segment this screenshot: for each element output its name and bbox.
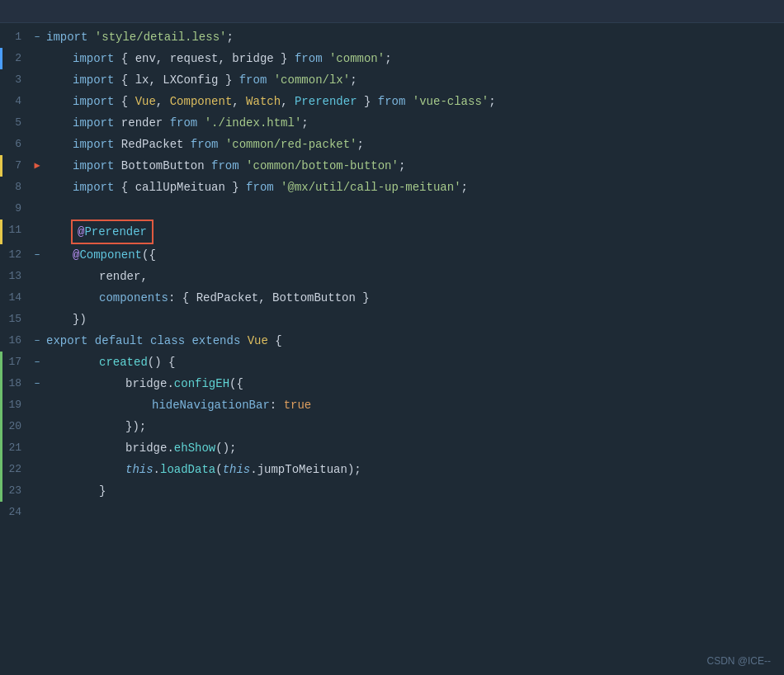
fold-icon-22: [30, 480, 45, 502]
line-number-4: 4: [0, 91, 30, 112]
fold-icon-23: [30, 502, 45, 523]
line-number-5: 5: [0, 112, 30, 134]
line-9: 9: [0, 198, 784, 219]
line-3: 3 import { lx, LXConfig } from 'common/l…: [0, 69, 784, 91]
line-number-15: 16: [0, 330, 30, 352]
line-12: 13 render,: [0, 266, 784, 287]
line-number-12: 13: [0, 266, 30, 287]
line-number-16: 17: [0, 352, 30, 373]
line-number-18: 19: [0, 394, 30, 416]
line-content-16: created() {: [45, 352, 784, 373]
fold-icon-6: [30, 134, 45, 155]
line-content-10: @Prerender: [45, 219, 784, 244]
line-number-2: 2: [0, 48, 30, 69]
fold-icon-1[interactable]: −: [30, 26, 45, 48]
line-content-17: bridge.configEH({: [45, 373, 784, 394]
line-content-23: [45, 502, 784, 523]
line-number-22: 23: [0, 480, 30, 502]
line-number-8: 8: [0, 177, 30, 198]
line-5: 5 import render from './index.html';: [0, 112, 784, 134]
line-number-10: 11: [0, 219, 30, 244]
fold-icon-19: [30, 416, 45, 437]
code-area: 1 − import 'style/detail.less'; 2 import…: [0, 23, 784, 526]
fold-icon-8: [30, 177, 45, 198]
fold-icon-17[interactable]: −: [30, 373, 45, 394]
line-22: 23 }: [0, 480, 784, 502]
line-content-13: components: { RedPacket, BottomButton }: [45, 287, 784, 309]
line-content-6: import RedPacket from 'common/red-packet…: [45, 134, 784, 155]
line-number-6: 6: [0, 134, 30, 155]
line-17: 18 − bridge.configEH({: [0, 373, 784, 394]
line-content-4: import { Vue, Component, Watch, Prerende…: [45, 91, 784, 112]
fold-icon-9: [30, 198, 45, 219]
fold-icon-15[interactable]: −: [30, 330, 45, 352]
line-16: 17 − created() {: [0, 352, 784, 373]
line-20: 21 bridge.ehShow();: [0, 437, 784, 459]
fold-icon-3: [30, 69, 45, 91]
line-content-20: bridge.ehShow();: [45, 437, 784, 459]
fold-icon-20: [30, 437, 45, 459]
line-content-14: }): [45, 309, 784, 330]
line-content-7: import BottomButton from 'common/bottom-…: [45, 155, 784, 177]
line-number-21: 22: [0, 459, 30, 480]
line-1: 1 − import 'style/detail.less';: [0, 26, 784, 48]
line-content-12: render,: [45, 266, 784, 287]
line-4: 4 import { Vue, Component, Watch, Preren…: [0, 91, 784, 112]
line-content-11: @Component({: [45, 244, 784, 266]
line-13: 14 components: { RedPacket, BottomButton…: [0, 287, 784, 309]
line-content-1: import 'style/detail.less';: [45, 26, 784, 48]
line-number-13: 14: [0, 287, 30, 309]
line-number-3: 3: [0, 69, 30, 91]
line-number-17: 18: [0, 373, 30, 394]
line-10: 11 @Prerender: [0, 219, 784, 244]
line-15: 16 − export default class extends Vue {: [0, 330, 784, 352]
fold-icon-2: [30, 48, 45, 69]
fold-icon-12: [30, 266, 45, 287]
line-number-20: 21: [0, 437, 30, 459]
line-number-14: 15: [0, 309, 30, 330]
line-content-5: import render from './index.html';: [45, 112, 784, 134]
line-number-19: 20: [0, 416, 30, 437]
line-number-9: 9: [0, 198, 30, 219]
line-8: 8 import { callUpMeituan } from '@mx/uti…: [0, 177, 784, 198]
line-6: 6 import RedPacket from 'common/red-pack…: [0, 134, 784, 155]
fold-icon-5: [30, 112, 45, 134]
fold-icon-18: [30, 394, 45, 416]
line-content-9: [45, 198, 784, 219]
fold-icon-14: [30, 309, 45, 330]
line-content-19: });: [45, 416, 784, 437]
line-7: 7 ▶ import BottomButton from 'common/bot…: [0, 155, 784, 177]
fold-icon-21: [30, 459, 45, 480]
line-number-23: 24: [0, 502, 30, 523]
line-23: 24: [0, 502, 784, 523]
line-2: 2 import { env, request, bridge } from '…: [0, 48, 784, 69]
line-number-7: 7: [0, 155, 30, 177]
line-content-18: hideNavigationBar: true: [45, 394, 784, 416]
fold-icon-4: [30, 91, 45, 112]
line-14: 15 }): [0, 309, 784, 330]
fold-icon-16[interactable]: −: [30, 352, 45, 373]
line-content-21: this.loadData(this.jumpToMeituan);: [45, 459, 784, 480]
line-number-1: 1: [0, 26, 30, 48]
line-number-11: 12: [0, 244, 30, 266]
line-19: 20 });: [0, 416, 784, 437]
line-21: 22 this.loadData(this.jumpToMeituan);: [0, 459, 784, 480]
line-content-3: import { lx, LXConfig } from 'common/lx'…: [45, 69, 784, 91]
line-18: 19 hideNavigationBar: true: [0, 394, 784, 416]
line-content-15: export default class extends Vue {: [45, 330, 784, 352]
line-11: 12 − @Component({: [0, 244, 784, 266]
fold-icon-13: [30, 287, 45, 309]
line-content-22: }: [45, 480, 784, 502]
fold-icon-11[interactable]: −: [30, 244, 45, 266]
watermark: CSDN @ICE--: [706, 655, 771, 667]
fold-icon-10: [30, 219, 45, 244]
code-editor: 1 − import 'style/detail.less'; 2 import…: [0, 0, 784, 675]
top-bar: [0, 0, 784, 23]
line-content-8: import { callUpMeituan } from '@mx/util/…: [45, 177, 784, 198]
arrow-7: ▶: [30, 155, 45, 177]
line-content-2: import { env, request, bridge } from 'co…: [45, 48, 784, 69]
